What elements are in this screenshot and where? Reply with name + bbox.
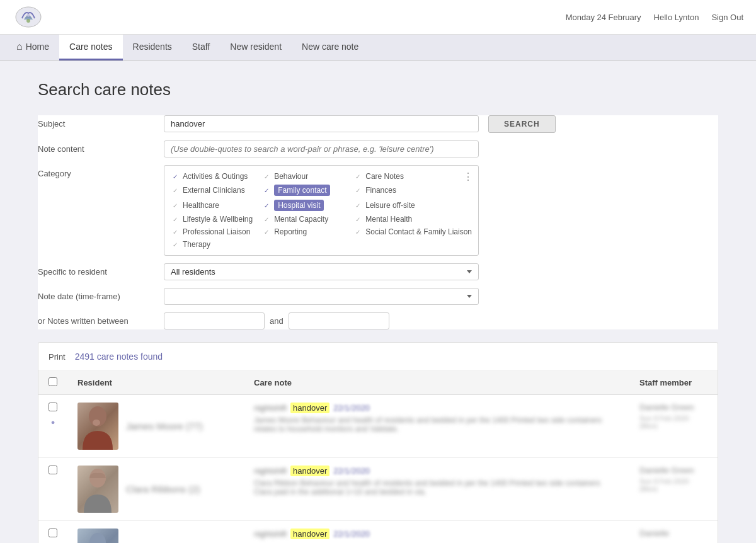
category-leisure-off-site[interactable]: ✓ Leisure off-site <box>353 200 472 211</box>
resident-name: Clara Ribbons (2) <box>126 484 200 494</box>
category-lifestyle-wellbeing[interactable]: ✓ Lifestyle & Wellbeing <box>171 215 260 224</box>
note-date-row: Note date (time-frame) <box>38 288 718 305</box>
check-icon: ✓ <box>171 240 180 249</box>
nav-residents[interactable]: Residents <box>123 35 182 60</box>
resident-name: James Moore (77) <box>126 421 203 432</box>
col-care-note: Care note <box>244 371 629 395</box>
nav-new-care-note-label: New care note <box>302 42 358 52</box>
nav-care-notes[interactable]: Care notes <box>59 35 122 60</box>
care-note-cell: nightshift handover 22/1/2020 James Moor… <box>244 395 629 458</box>
category-menu-icon[interactable]: ⋮ <box>463 171 473 183</box>
nav-new-resident[interactable]: New resident <box>220 35 292 60</box>
note-content-label: Note content <box>38 140 164 154</box>
nav-residents-label: Residents <box>133 42 172 52</box>
resident-cell: Latisha Gough (7) <box>67 521 244 544</box>
meta-date: 22/1/2020 <box>333 529 370 539</box>
select-all-checkbox[interactable] <box>49 377 57 386</box>
meta-prefix: nightshift <box>254 466 287 476</box>
main-content: Search care notes Subject SEARCH Note co… <box>0 61 756 543</box>
person-silhouette <box>77 403 118 450</box>
date-from-input[interactable] <box>164 312 265 329</box>
subject-input[interactable] <box>164 115 479 132</box>
svg-point-5 <box>89 533 106 543</box>
category-label: Category <box>38 165 164 178</box>
category-family-contact[interactable]: ✓ Family contact <box>262 185 351 196</box>
meta-date: 22/1/2020 <box>333 403 370 413</box>
results-header: Print 2491 care notes found <box>38 343 718 371</box>
date-to-input[interactable] <box>289 312 389 329</box>
row-checkbox-cell: ● <box>38 395 67 458</box>
staff-date: Sun 9 Feb 2020 (Mon) <box>639 414 707 430</box>
meta-prefix: nightshift <box>254 529 287 539</box>
check-icon: ✓ <box>262 215 271 224</box>
care-note-cell: nightshift handover 22/1/2020 <box>244 521 629 544</box>
check-icon: ✓ <box>262 186 271 195</box>
notes-between-row: or Notes written between and <box>38 312 718 329</box>
note-content-input[interactable] <box>164 140 479 157</box>
category-social-contact[interactable]: ✓ Social Contact & Family Liaison <box>353 227 472 236</box>
check-icon: ✓ <box>353 186 362 195</box>
category-care-notes[interactable]: ✓ Care Notes <box>353 172 472 181</box>
category-row: Category ⋮ ✓ Activities & Outings ✓ Beha… <box>38 165 718 256</box>
resident-photo <box>77 466 118 513</box>
page-title: Search care notes <box>38 80 718 100</box>
note-body: Clara Ribbon Behaviour and health of res… <box>254 479 619 496</box>
nav-staff[interactable]: Staff <box>182 35 220 60</box>
care-note-meta: nightshift handover 22/1/2020 <box>254 466 619 476</box>
nav-new-resident-label: New resident <box>230 42 282 52</box>
row-checkbox-cell <box>38 458 67 521</box>
check-icon: ✓ <box>262 172 271 181</box>
row-checkbox[interactable] <box>49 529 57 537</box>
category-professional-liaison[interactable]: ✓ Professional Liaison <box>171 227 260 236</box>
note-date-label: Note date (time-frame) <box>38 288 164 301</box>
check-icon: ✓ <box>353 215 362 224</box>
care-note-cell: nightshift handover 22/1/2020 Clara Ribb… <box>244 458 629 521</box>
svg-point-1 <box>26 19 30 23</box>
category-reporting[interactable]: ✓ Reporting <box>262 227 351 236</box>
category-healthcare[interactable]: ✓ Healthcare <box>171 200 260 211</box>
note-content-row: Note content <box>38 140 718 157</box>
resident-select[interactable]: All residents <box>164 263 479 280</box>
category-activities-outings[interactable]: ✓ Activities & Outings <box>171 172 260 181</box>
meta-prefix: nightshift <box>254 403 287 413</box>
staff-name: Danielle Green <box>639 466 707 475</box>
header-left <box>13 4 44 30</box>
category-therapy[interactable]: ✓ Therapy <box>171 240 260 249</box>
header-right: Monday 24 February Hello Lynton Sign Out <box>566 13 743 22</box>
category-finances[interactable]: ✓ Finances <box>353 185 472 196</box>
results-count: 2491 care notes found <box>75 352 163 362</box>
category-external-clinicians[interactable]: ✓ External Clinicians <box>171 185 260 196</box>
staff-name: Danielle Green <box>639 403 707 412</box>
home-icon: ⌂ <box>16 41 23 52</box>
check-icon: ✓ <box>262 201 271 210</box>
nav-home-label: Home <box>26 42 49 52</box>
results-panel: Print 2491 care notes found Resident Car… <box>38 342 718 543</box>
category-mental-health[interactable]: ✓ Mental Health <box>353 215 472 224</box>
search-button[interactable]: SEARCH <box>488 115 556 133</box>
category-mental-capacity[interactable]: ✓ Mental Capacity <box>262 215 351 224</box>
nav-new-care-note[interactable]: New care note <box>292 35 369 60</box>
resident-row: Specific to resident All residents <box>38 263 718 280</box>
sign-out-button[interactable]: Sign Out <box>711 13 743 22</box>
row-checkbox[interactable] <box>49 466 57 474</box>
check-icon: ✓ <box>171 227 180 236</box>
resident-photo <box>77 403 118 450</box>
care-note-meta: nightshift handover 22/1/2020 <box>254 403 619 413</box>
check-icon: ✓ <box>353 172 362 181</box>
row-checkbox[interactable] <box>49 403 57 411</box>
category-hospital-visit[interactable]: ✓ Hospital visit <box>262 200 351 211</box>
resident-label: Specific to resident <box>38 263 164 277</box>
and-text: and <box>270 316 284 326</box>
meta-highlight: handover <box>290 466 329 476</box>
note-date-select[interactable] <box>164 288 479 305</box>
table-row: Latisha Gough (7) nightshift handover 22… <box>38 521 718 544</box>
person-silhouette <box>77 466 118 513</box>
nav-home[interactable]: ⌂ Home <box>6 35 59 60</box>
current-date: Monday 24 February <box>566 13 641 22</box>
check-icon: ✓ <box>171 215 180 224</box>
print-link[interactable]: Print <box>49 352 66 362</box>
nav-care-notes-label: Care notes <box>69 42 112 52</box>
subject-row: Subject SEARCH <box>38 115 718 133</box>
col-resident: Resident <box>67 371 244 395</box>
category-behaviour[interactable]: ✓ Behaviour <box>262 172 351 181</box>
